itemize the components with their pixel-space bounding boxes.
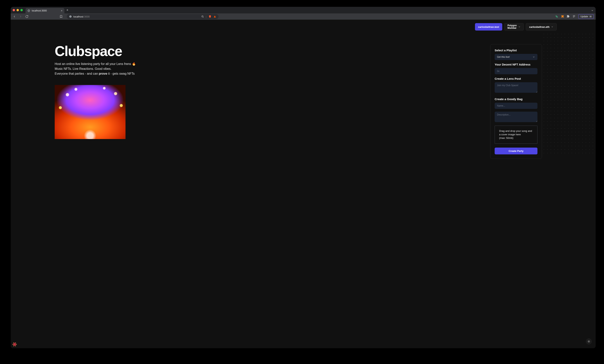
close-tab-button[interactable]: × (61, 9, 63, 12)
browser-tab-bar: localhost:3000 × + (11, 7, 272, 13)
url-bar[interactable]: localhost:3000 | (67, 14, 218, 19)
brave-shield-icon[interactable] (208, 15, 212, 18)
site-info-icon[interactable] (69, 15, 72, 18)
window-controls (13, 9, 23, 11)
zoom-icon[interactable] (201, 15, 204, 18)
new-tab-button[interactable]: + (66, 8, 68, 12)
hero-line-2: Music NFTs. Live Reactions. Good vibes. (55, 66, 272, 71)
page-title: Clubspace (55, 44, 272, 58)
forward-button[interactable] (19, 15, 22, 18)
hero-line-1: Host an online live listening party for … (55, 62, 272, 66)
browser-tab[interactable]: localhost:3000 × (25, 8, 64, 13)
bookmark-button[interactable] (59, 15, 63, 18)
browser-nav-bar: localhost:3000 | Update (11, 13, 272, 20)
close-window-button[interactable] (13, 9, 15, 11)
svg-line-6 (203, 17, 203, 17)
tab-title: localhost:3000 (32, 9, 47, 12)
url-text: localhost:3000 (73, 15, 90, 18)
hero-line-3: Everyone that parties - and can prove it… (55, 71, 272, 76)
globe-icon (27, 9, 30, 12)
brave-rewards-icon[interactable] (214, 15, 216, 18)
hero-image (55, 85, 126, 139)
maximize-window-button[interactable] (20, 9, 23, 11)
back-button[interactable] (13, 15, 16, 18)
reload-button[interactable] (25, 15, 29, 18)
minimize-window-button[interactable] (16, 9, 19, 11)
svg-marker-7 (214, 16, 216, 17)
